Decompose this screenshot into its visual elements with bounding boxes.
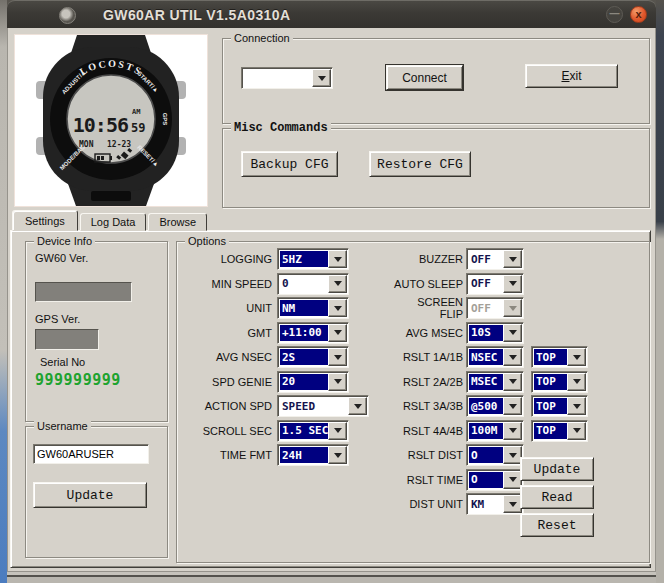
rslt-1a1b-label: RSLT 1A/1B [391,351,463,363]
dist-unit-value: KM [469,496,504,512]
logging-select[interactable]: 5HZ [277,248,349,270]
options-right-column: BUZZER OFF AUTO SLEEP OFF SCREEN FLIP OF… [391,247,641,517]
options-update-button[interactable]: Update [520,457,594,481]
desktop-bottom-edge [7,572,656,583]
tab-settings[interactable]: Settings [12,210,78,231]
connection-group-title: Connection [231,32,293,44]
device-info-title: Device Info [34,235,95,247]
rslt-3a3b-label: RSLT 3A/3B [391,400,463,412]
tab-bar: Settings Log Data Browse [12,210,209,231]
min-speed-select[interactable]: 0 [277,273,349,295]
buzzer-value: OFF [469,251,504,267]
gmt-value: +11:00 [280,325,329,341]
chevron-down-icon[interactable] [503,348,522,366]
connect-button[interactable]: Connect [386,65,463,90]
close-icon[interactable]: x [630,6,647,23]
chevron-down-icon[interactable] [503,373,522,391]
rslt-3a3b-type-value: @500 [469,398,504,414]
rslt-4a4b-pos-select[interactable]: TOP [531,420,588,442]
watch-image: LOCOSTS ADJUST/▲ START/▲ GPS RESET/▲ MOD… [14,34,208,207]
desktop-left-edge [0,0,7,583]
rslt-1a1b-type-select[interactable]: NSEC [466,346,524,368]
chevron-down-icon[interactable] [503,250,522,268]
com-port-select[interactable] [241,67,333,89]
min-speed-label: MIN SPEED [187,278,272,290]
min-speed-value: 0 [280,276,329,292]
chevron-down-icon[interactable] [348,397,367,415]
chevron-down-icon[interactable] [503,397,522,415]
avg-nsec-value: 2S [280,349,329,365]
chevron-down-icon[interactable] [503,275,522,293]
unit-select[interactable]: NM [277,297,349,319]
chevron-down-icon[interactable] [312,69,331,87]
chevron-down-icon[interactable] [567,397,586,415]
rslt-time-select[interactable]: O [466,469,524,491]
time-fmt-select[interactable]: 24H [277,444,349,466]
rslt-2a2b-type-select[interactable]: MSEC [466,371,524,393]
exit-button[interactable]: Exit [525,64,618,88]
tab-log-data[interactable]: Log Data [80,213,147,231]
rslt-dist-label: RSLT DIST [391,449,463,461]
rslt-2a2b-pos-select[interactable]: TOP [531,371,588,393]
option-row: RSLT 2A/2B MSEC TOP [391,370,641,395]
scroll-sec-select[interactable]: 1.5 SEC [277,420,349,442]
screen-flip-select: OFF [466,297,524,319]
rslt-1a1b-pos-select[interactable]: TOP [531,346,588,368]
option-row: AUTO SLEEP OFF [391,272,641,297]
avg-nsec-select[interactable]: 2S [277,346,349,368]
option-row: RSLT 4A/4B 100M TOP [391,419,641,444]
chevron-down-icon[interactable] [503,324,522,342]
rslt-4a4b-type-select[interactable]: 100M [466,420,524,442]
buzzer-label: BUZZER [391,253,463,265]
watch-day: MON [79,140,94,149]
buzzer-select[interactable]: OFF [466,248,524,270]
chevron-down-icon[interactable] [567,348,586,366]
chevron-down-icon[interactable] [567,373,586,391]
gmt-select[interactable]: +11:00 [277,322,349,344]
chevron-down-icon[interactable] [328,373,347,391]
chevron-down-icon[interactable] [328,422,347,440]
auto-sleep-value: OFF [469,276,504,292]
spd-genie-select[interactable]: 20 [277,371,349,393]
chevron-down-icon[interactable] [328,446,347,464]
rslt-dist-value: O [469,447,504,463]
rslt-3a3b-pos-select[interactable]: TOP [531,395,588,417]
username-group-title: Username [34,420,91,432]
chevron-down-icon[interactable] [328,275,347,293]
titlebar[interactable]: GW60AR UTIL V1.5A0310A — x [7,0,656,28]
username-update-button[interactable]: Update [33,482,147,508]
rslt-3a3b-type-select[interactable]: @500 [466,395,524,417]
rslt-2a2b-pos-value: TOP [534,374,568,390]
rslt-dist-select[interactable]: O [466,444,524,466]
tab-browse[interactable]: Browse [148,213,207,231]
unit-value: NM [280,300,329,316]
options-read-button[interactable]: Read [520,485,594,509]
option-row: RSLT TIME O [391,468,641,493]
app-icon [59,7,76,24]
minimize-button[interactable]: — [606,6,623,23]
scroll-sec-label: SCROLL SEC [187,425,272,437]
avg-msec-select[interactable]: 10S [466,322,524,344]
backup-cfg-button[interactable]: Backup CFG [241,151,338,177]
gw60-ver-label: GW60 Ver. [35,252,88,264]
auto-sleep-select[interactable]: OFF [466,273,524,295]
chevron-down-icon[interactable] [567,422,586,440]
logging-value: 5HZ [280,251,329,267]
chevron-down-icon[interactable] [328,324,347,342]
restore-cfg-button[interactable]: Restore CFG [369,151,471,177]
avg-msec-value: 10S [469,325,504,341]
chevron-down-icon[interactable] [328,348,347,366]
rslt-time-label: RSLT TIME [391,474,463,486]
chevron-down-icon[interactable] [328,299,347,317]
watch-time: 10:56 [73,113,128,137]
action-spd-select[interactable]: SPEED [277,395,369,417]
chevron-down-icon[interactable] [503,422,522,440]
avg-msec-label: AVG MSEC [391,327,463,339]
dist-unit-select[interactable]: KM [466,493,524,515]
options-reset-button[interactable]: Reset [520,513,594,537]
username-input[interactable] [33,444,149,464]
time-fmt-value: 24H [280,447,329,463]
chevron-down-icon[interactable] [328,250,347,268]
rslt-2a2b-label: RSLT 2A/2B [391,376,463,388]
logging-label: LOGGING [187,253,272,265]
